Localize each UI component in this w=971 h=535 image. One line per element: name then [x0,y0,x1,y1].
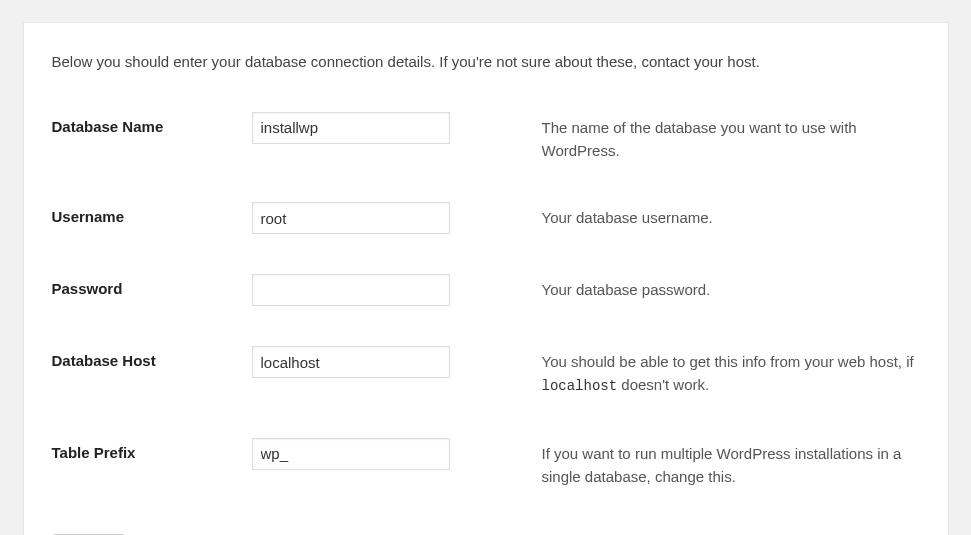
label-username: Username [52,194,252,266]
input-dbhost[interactable] [252,346,450,378]
code-localhost: localhost [542,378,618,394]
label-prefix: Table Prefix [52,430,252,521]
desc-dbname: The name of the database you want to use… [542,104,920,195]
db-settings-table: Database Name The name of the database y… [52,104,920,521]
input-username[interactable] [252,202,450,234]
input-prefix[interactable] [252,438,450,470]
label-dbname: Database Name [52,104,252,195]
input-dbname[interactable] [252,112,450,144]
desc-dbhost: You should be able to get this info from… [542,338,920,430]
intro-text: Below you should enter your database con… [52,51,920,74]
row-password: Password Your database password. [52,266,920,338]
input-password[interactable] [252,274,450,306]
row-dbname: Database Name The name of the database y… [52,104,920,195]
setup-form-container: Below you should enter your database con… [23,22,949,535]
desc-prefix: If you want to run multiple WordPress in… [542,430,920,521]
row-username: Username Your database username. [52,194,920,266]
row-prefix: Table Prefix If you want to run multiple… [52,430,920,521]
desc-username: Your database username. [542,194,920,266]
row-dbhost: Database Host You should be able to get … [52,338,920,430]
desc-password: Your database password. [542,266,920,338]
label-dbhost: Database Host [52,338,252,430]
label-password: Password [52,266,252,338]
